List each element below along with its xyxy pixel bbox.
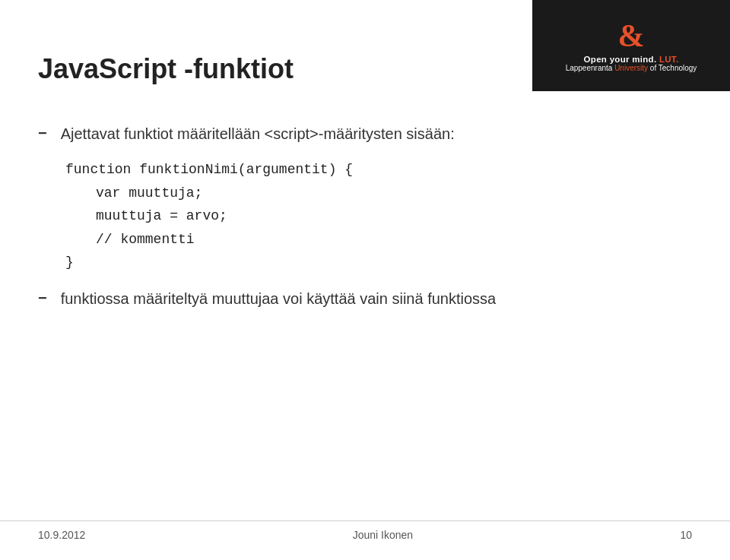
bullet-item-1: − Ajettavat funktiot määritellään <scrip…: [38, 123, 692, 144]
code-line-4: // kommentti: [65, 228, 692, 252]
logo-university: University: [614, 64, 648, 72]
code-block: function funktionNimi(argumentit) { var …: [65, 158, 692, 274]
slide: & Open your mind. LUT. Lappeenranta Univ…: [0, 0, 730, 560]
logo-text-sub: Lappeenranta University of Technology: [566, 64, 697, 72]
bullet-text-2: funktiossa määriteltyä muuttujaa voi käy…: [61, 288, 497, 309]
footer-date: 10.9.2012: [38, 529, 85, 541]
code-line-5: }: [65, 251, 692, 274]
logo-ampersand-icon: &: [618, 20, 645, 52]
logo-open-your-mind: Open your mind.: [584, 55, 659, 64]
bullet-dash-2: −: [38, 289, 47, 307]
logo-text-main: Open your mind. LUT.: [584, 55, 679, 64]
logo-area: & Open your mind. LUT. Lappeenranta Univ…: [532, 0, 730, 91]
footer: 10.9.2012 Jouni Ikonen 10: [0, 520, 730, 541]
logo-of-technology: of Technology: [650, 64, 697, 72]
logo-lut: LUT.: [659, 55, 678, 64]
footer-page: 10: [680, 529, 692, 541]
logo-lappeenranta: Lappeenranta: [566, 64, 613, 72]
bullet-text-1: Ajettavat funktiot määritellään <script>…: [61, 123, 455, 144]
code-line-3: muuttuja = arvo;: [65, 204, 692, 228]
slide-content: − Ajettavat funktiot määritellään <scrip…: [38, 123, 692, 309]
code-line-1: function funktionNimi(argumentit) {: [65, 158, 692, 182]
bullet-item-2: − funktiossa määriteltyä muuttujaa voi k…: [38, 288, 692, 309]
bullet-dash-1: −: [38, 125, 47, 142]
footer-author: Jouni Ikonen: [353, 529, 413, 541]
code-line-2: var muuttuja;: [65, 182, 692, 205]
